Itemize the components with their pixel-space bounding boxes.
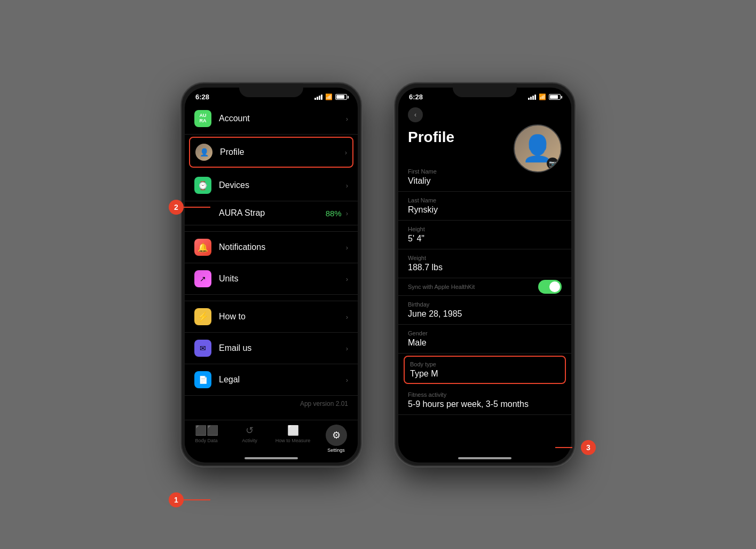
units-chevron: › [346, 275, 348, 283]
annotation-line-1 [184, 499, 210, 500]
menu-item-devices[interactable]: ⌚ Devices › [185, 170, 358, 201]
field-weight: Weight 188.7 lbs [398, 249, 571, 278]
notifications-label: Notifications [219, 242, 346, 252]
battery-icon-1 [335, 94, 347, 100]
account-chevron: › [346, 115, 348, 123]
field-birthday: Birthday June 28, 1985 [398, 296, 571, 325]
status-bar-2: 6:28 📶 [398, 88, 571, 103]
measure-icon: ⬜ [287, 425, 299, 436]
screen-content-2: ‹ Profile 👤 📷 [398, 103, 571, 462]
notifications-chevron: › [346, 244, 348, 252]
app-version: App version 2.01 [185, 396, 358, 412]
body-type-value[interactable]: Type M [410, 369, 560, 379]
healthkit-label: Sync with Apple HealthKit [408, 284, 475, 290]
menu-item-howto[interactable]: ⚡ How to › [185, 301, 358, 333]
field-first-name: First Name Vitaliy [398, 163, 571, 192]
gender-value[interactable]: Male [408, 338, 562, 348]
menu-item-notifications[interactable]: 🔔 Notifications › [185, 232, 358, 263]
emailus-label: Email us [219, 343, 346, 353]
profile-header: ‹ [398, 103, 571, 129]
status-time-2: 6:28 [409, 93, 423, 101]
field-healthkit: Sync with Apple HealthKit [398, 278, 571, 296]
weight-value[interactable]: 188.7 lbs [408, 263, 562, 272]
field-last-name: Last Name Rynskiy [398, 192, 571, 221]
tab-activity[interactable]: ↺ Activity [228, 425, 271, 453]
aura-logo-icon: AURA [194, 110, 211, 127]
phone1-container: 6:28 📶 [180, 82, 362, 467]
annotation-line-2 [184, 207, 210, 208]
signal-icon-1 [314, 95, 322, 100]
menu-item-account[interactable]: AURA Account › [185, 103, 358, 135]
annotation-3: 3 [581, 440, 596, 455]
account-label: Account [219, 114, 346, 123]
menu-screen: AURA Account › 👤 Profile › [185, 103, 358, 420]
profile-avatar-icon: 👤 [195, 144, 212, 161]
field-fitness-activity: Fitness activity 5-9 hours per week, 3-5… [398, 386, 571, 415]
menu-item-aura-strap[interactable]: AURA Strap 88% › [185, 201, 358, 225]
tab-body-data[interactable]: ⬛⬛ Body Data [185, 425, 228, 453]
units-label: Units [219, 274, 346, 284]
last-name-label: Last Name [408, 197, 562, 203]
menu-item-profile[interactable]: 👤 Profile › [189, 137, 353, 168]
menu-item-legal[interactable]: 📄 Legal › [185, 364, 358, 396]
legal-chevron: › [346, 376, 348, 384]
tab-body-data-label: Body Data [195, 438, 217, 443]
status-icons-2: 📶 [528, 93, 561, 100]
toggle-thumb [549, 281, 560, 292]
last-name-value[interactable]: Rynskiy [408, 205, 562, 215]
height-value[interactable]: 5' 4" [408, 234, 562, 244]
status-icons-1: 📶 [314, 93, 347, 100]
annotation-1: 1 [169, 492, 184, 507]
menu-item-units[interactable]: ↗ Units › [185, 263, 358, 295]
status-bar-1: 6:28 📶 [185, 88, 358, 103]
howto-label: How to [219, 312, 346, 321]
tab-measure-label: How to Measure [275, 438, 311, 443]
screen-content-1: AURA Account › 👤 Profile › [185, 103, 358, 462]
phone2-container: 6:28 📶 [394, 82, 576, 467]
email-icon: ✉ [194, 340, 211, 357]
first-name-value[interactable]: Vitaliy [408, 176, 562, 186]
settings-icon: ⚙ [326, 425, 347, 446]
legal-icon: 📄 [194, 371, 211, 388]
annotation-line-3 [555, 447, 572, 448]
back-button[interactable]: ‹ [408, 107, 423, 122]
battery-icon-2 [549, 94, 561, 100]
first-name-label: First Name [408, 168, 562, 175]
menu-item-emailus[interactable]: ✉ Email us › [185, 333, 358, 364]
weight-label: Weight [408, 255, 562, 261]
field-body-type: Body type Type M [404, 356, 566, 384]
tab-bar: ⬛⬛ Body Data ↺ Activity ⬜ How to Measure [185, 420, 358, 455]
aura-strap-value: 88% [326, 209, 342, 218]
aura-strap-label: AURA Strap [219, 208, 326, 218]
activity-icon: ↺ [246, 425, 254, 436]
profile-screen: ‹ Profile 👤 📷 [398, 103, 571, 455]
profile-chevron: › [345, 148, 347, 156]
status-time-1: 6:28 [195, 93, 209, 101]
emailus-chevron: › [346, 344, 348, 352]
fitness-value[interactable]: 5-9 hours per week, 3-5 months [408, 399, 562, 409]
body-type-label: Body type [410, 361, 560, 367]
birthday-value[interactable]: June 28, 1985 [408, 309, 562, 319]
tab-activity-label: Activity [242, 438, 257, 443]
devices-chevron: › [346, 182, 348, 190]
gender-label: Gender [408, 330, 562, 336]
devices-label: Devices [219, 181, 346, 190]
healthkit-toggle[interactable] [538, 280, 562, 294]
units-icon: ↗ [194, 270, 211, 287]
aura-strap-chevron: › [346, 209, 348, 217]
profile-label: Profile [220, 147, 345, 157]
wifi-icon-2: 📶 [539, 93, 546, 100]
wifi-icon-1: 📶 [325, 93, 333, 100]
signal-icon-2 [528, 95, 536, 100]
tab-settings[interactable]: ⚙ Settings [314, 425, 358, 453]
field-height: Height 5' 4" [398, 221, 571, 249]
phone2: 6:28 📶 [394, 82, 576, 467]
howto-chevron: › [346, 313, 348, 321]
phone2-inner: 6:28 📶 [398, 88, 571, 462]
tab-how-to-measure[interactable]: ⬜ How to Measure [271, 425, 314, 453]
profile-title-section: Profile 👤 📷 [398, 129, 571, 163]
legal-label: Legal [219, 375, 346, 385]
home-indicator-2 [458, 457, 511, 459]
height-label: Height [408, 226, 562, 232]
devices-icon: ⌚ [194, 177, 211, 194]
